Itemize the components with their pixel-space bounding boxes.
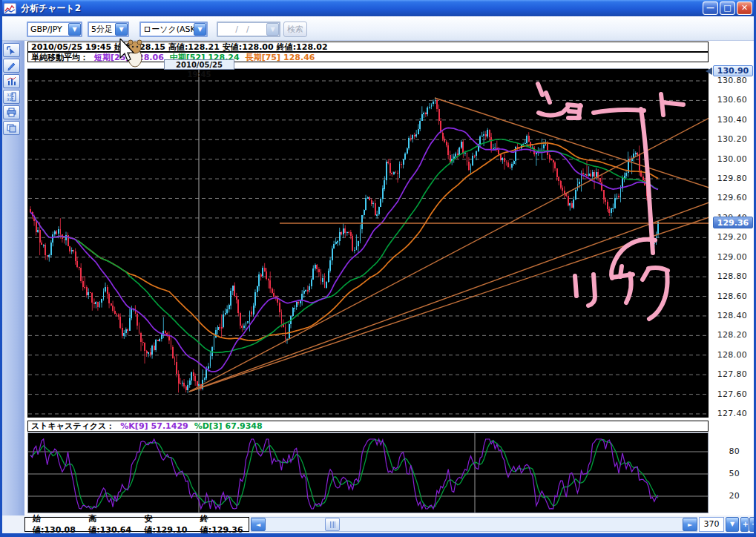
price-axis: 130.80130.60130.40130.20130.00129.80129.… [709, 68, 753, 418]
bar-datetime: 2010/05/25 19:45 [31, 42, 111, 52]
price-tick-label: 128.40 [717, 311, 747, 320]
draw-tool-button[interactable] [3, 59, 20, 73]
cursor-hamster [119, 39, 145, 73]
session-close: 終値:129.36 [200, 513, 249, 536]
chart-area: 2010/05/25 19:45 始値:128.15 高値:128.21 安値:… [24, 41, 756, 515]
stoch-tick-label: 20 [729, 491, 740, 501]
ma-legend-title: 単純移動平均： [31, 52, 88, 62]
maximize-button[interactable]: □ [720, 1, 735, 15]
bar-high: 高値:128.21 [168, 42, 220, 52]
search-button: 検索 [283, 22, 307, 37]
window-title: 分析チャート2 [21, 2, 81, 15]
scroll-right-button[interactable]: ► [683, 518, 697, 531]
copy-icon [6, 123, 17, 133]
print-tool-button[interactable] [3, 105, 20, 119]
candlestick-chart[interactable] [27, 69, 709, 418]
chevron-down-icon[interactable]: ▼ [194, 23, 206, 36]
scale-tool-button[interactable]: 3231 [3, 90, 20, 104]
pointer-icon [6, 45, 17, 55]
stochastics-axis: 805020 [709, 432, 753, 513]
date-select: / / ▼ [217, 22, 280, 37]
session-low: 安値:129.10 [145, 513, 193, 536]
stoch-tick-label: 80 [729, 447, 740, 456]
pencil-icon [6, 61, 17, 70]
session-open: 始値:130.08 [33, 513, 81, 536]
copy-tool-button[interactable] [3, 121, 20, 135]
minimize-button[interactable]: — [703, 1, 718, 15]
price-tick-label: 129.80 [717, 174, 747, 183]
chevron-down-icon[interactable]: ▼ [68, 23, 81, 36]
price-tick-label: 129.20 [717, 232, 747, 242]
price-tick-label: 128.00 [717, 350, 747, 360]
main-chart-panel[interactable] [27, 68, 709, 418]
left-toolbar: 3231 [0, 41, 24, 533]
bar-close: 終値:128.02 [277, 42, 328, 52]
price-tick-label: 127.80 [717, 369, 747, 379]
price-tick-label: 130.00 [717, 154, 747, 164]
scrollbar-thumb[interactable] [325, 518, 340, 531]
ma-long-label: 長期[75]128.46 [243, 52, 315, 62]
svg-text:31: 31 [7, 97, 11, 102]
bottom-status-bar: 始値:130.08 高値:130.64 安値:129.10 終値:129.36 … [0, 515, 756, 533]
price-tick-label: 129.00 [717, 252, 747, 262]
bar-chart-icon [6, 76, 17, 86]
current-price-badge: 129.36 [713, 217, 753, 228]
axis-top-badge: 130.90 [713, 65, 753, 76]
chevron-down-icon[interactable]: ▼ [115, 23, 128, 36]
ruler-icon: 3231 [6, 92, 17, 102]
chart-type-value: ローソク(ASK) [141, 24, 194, 35]
pointer-tool-button[interactable] [3, 43, 20, 57]
date-value: / / [218, 24, 266, 35]
stoch-k-label: %K[9]57.1429 [117, 421, 188, 431]
toolbar: GBP/JPY ▼ 5分足 ▼ ローソク(ASK) ▼ / / ▼ 検索 [0, 16, 756, 41]
chevron-down-icon: ▼ [266, 23, 279, 36]
app-icon [4, 3, 16, 14]
printer-icon [6, 108, 17, 117]
price-tick-label: 127.40 [717, 409, 747, 418]
session-high: 高値:130.64 [88, 513, 137, 536]
scroll-left-button[interactable]: ◄ [251, 518, 266, 531]
horizontal-scrollbar[interactable]: ◄ ► [251, 517, 697, 532]
crosshair-tooltip: 2010/05/25 19:45 [164, 59, 234, 70]
chart-type-select[interactable]: ローソク(ASK) ▼ [139, 22, 208, 37]
titlebar: 分析チャート2 — □ ✕ [0, 0, 756, 16]
timeframe-select[interactable]: 5分足 ▼ [88, 22, 129, 37]
bar-count-dropdown[interactable]: ▼ [726, 517, 739, 532]
price-tick-label: 128.80 [717, 271, 747, 281]
bar-low: 安値:128.00 [223, 42, 274, 52]
close-button[interactable]: ✕ [737, 1, 752, 15]
axis-top-marker [706, 67, 712, 75]
indicator-tool-button[interactable] [3, 74, 20, 88]
zoom-in-button[interactable]: ＋ [740, 517, 749, 532]
price-tick-label: 127.60 [717, 389, 747, 399]
price-tick-label: 130.40 [717, 115, 747, 125]
session-ohlc-box: 始値:130.08 高値:130.64 安値:129.10 終値:129.36 [24, 517, 249, 532]
timeframe-value: 5分足 [89, 24, 115, 35]
stochastics-legend-row: ストキャスティクス： %K[9]57.1429 %D[3]67.9348 [27, 421, 709, 432]
currency-pair-value: GBP/JPY [28, 24, 68, 34]
price-tick-label: 128.20 [717, 330, 747, 340]
price-tick-label: 130.20 [717, 134, 747, 144]
price-tick-label: 130.80 [717, 76, 747, 85]
currency-pair-select[interactable]: GBP/JPY ▼ [27, 22, 82, 37]
price-tick-label: 129.60 [717, 193, 747, 202]
zoom-out-button[interactable]: － [749, 517, 756, 532]
stochastics-panel[interactable] [27, 432, 709, 513]
stoch-d-label: %D[3]67.9348 [191, 421, 263, 431]
price-tick-label: 130.60 [717, 95, 747, 105]
price-tick-label: 128.60 [717, 291, 747, 301]
bar-count-field[interactable]: 370 [699, 517, 724, 532]
stoch-title: ストキャスティクス： [31, 421, 114, 432]
stochastics-chart[interactable] [28, 433, 708, 513]
app-window: 分析チャート2 — □ ✕ GBP/JPY ▼ 5分足 ▼ ローソク(ASK) … [0, 0, 756, 537]
stoch-tick-label: 50 [729, 469, 740, 478]
